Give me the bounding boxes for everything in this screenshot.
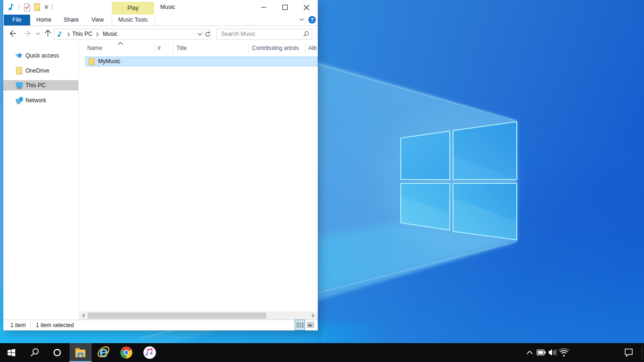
- svg-text:e: e: [99, 343, 108, 361]
